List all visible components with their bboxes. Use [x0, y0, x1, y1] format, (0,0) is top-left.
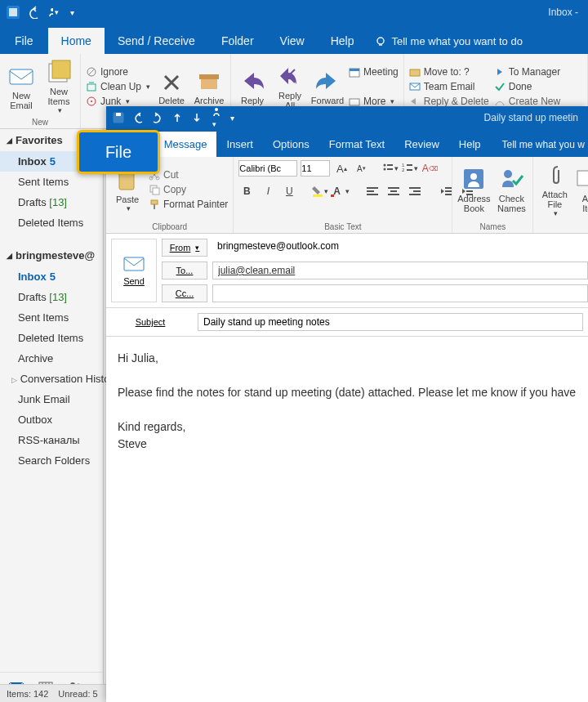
redo-icon[interactable]	[152, 112, 163, 123]
cut-button[interactable]: Cut	[149, 169, 228, 181]
names-group-label: Names	[452, 222, 532, 231]
tab-help[interactable]: Help	[318, 28, 368, 54]
clear-formatting-button[interactable]: A⌫	[421, 160, 438, 177]
done-button[interactable]: Done	[494, 81, 560, 92]
tab-view[interactable]: View	[267, 28, 318, 54]
svg-rect-51	[413, 190, 421, 192]
archive-icon	[196, 68, 222, 94]
numbering-button[interactable]: 12▾	[402, 160, 418, 177]
delete-label: Delete	[158, 96, 185, 105]
svg-text:2: 2	[402, 168, 405, 172]
send-button[interactable]: Send	[111, 239, 157, 302]
sidebar-item-account-drafts[interactable]: Drafts [13]	[0, 287, 103, 307]
italic-button[interactable]: I	[260, 183, 276, 199]
attach-item-button[interactable]: Att Ite	[576, 160, 588, 218]
tab-file[interactable]: File	[0, 28, 48, 54]
underline-button[interactable]: U	[281, 183, 297, 199]
sidebar-item-conversation-history[interactable]: ▷ Conversation Histor	[0, 369, 103, 389]
align-center-button[interactable]	[385, 183, 402, 199]
attach-file-icon	[541, 162, 568, 188]
undo-icon[interactable]	[132, 112, 144, 123]
junk-icon	[86, 96, 97, 107]
account-header[interactable]: ◢bringmesteve@	[0, 244, 103, 266]
tab-send-receive[interactable]: Send / Receive	[105, 28, 208, 54]
decrease-indent-button[interactable]	[438, 183, 454, 199]
bullets-button[interactable]: ▾	[382, 160, 399, 177]
next-item-icon[interactable]	[191, 112, 203, 123]
prev-item-icon[interactable]	[172, 112, 183, 123]
cc-field[interactable]	[212, 284, 588, 302]
sidebar-item-account-inbox[interactable]: Inbox5	[0, 266, 103, 287]
main-ribbon-tabs: File Home Send / Receive Folder View Hel…	[0, 25, 588, 54]
bold-button[interactable]: B	[238, 183, 255, 199]
subject-label: Subject	[111, 317, 189, 327]
compose-tellme[interactable]: Tell me what you w	[491, 132, 588, 157]
status-items: Items: 142	[7, 689, 48, 699]
compose-tab-insert[interactable]: Insert	[216, 132, 263, 157]
sidebar-item-account-sent[interactable]: Sent Items	[0, 307, 103, 328]
touch-mode-icon[interactable]: ▾	[211, 106, 222, 129]
sidebar-item-drafts[interactable]: Drafts [13]	[0, 192, 103, 212]
compose-tab-help[interactable]: Help	[449, 132, 491, 157]
sidebar-item-sent[interactable]: Sent Items	[0, 172, 103, 192]
align-left-button[interactable]	[364, 183, 381, 199]
sidebar-item-junk[interactable]: Junk Email	[0, 389, 103, 409]
cc-button[interactable]: Cc...	[162, 284, 207, 302]
message-body[interactable]: Hi Julia, Please find the notes for stan…	[106, 337, 588, 466]
compose-tab-message[interactable]: Message	[154, 132, 217, 157]
sidebar-item-account-deleted[interactable]: Deleted Items	[0, 328, 103, 348]
compose-header: Send From▾ To... Cc... bringmesteve@outl…	[106, 234, 588, 308]
subject-field[interactable]	[198, 313, 583, 331]
address-label-column: From▾ To... Cc...	[162, 234, 207, 307]
junk-button[interactable]: Junk▾	[86, 96, 150, 107]
highlight-color-button[interactable]: ▾	[312, 183, 328, 199]
meeting-button[interactable]: Meeting	[349, 66, 399, 78]
save-icon[interactable]	[113, 112, 124, 123]
font-color-button[interactable]: A▾	[333, 183, 350, 199]
font-size-select[interactable]	[301, 160, 330, 177]
grow-font-button[interactable]: A▴	[333, 160, 350, 177]
app-icon	[7, 6, 20, 19]
svg-rect-45	[367, 190, 374, 192]
cleanup-button[interactable]: Clean Up▾	[86, 81, 150, 92]
to-button[interactable]: To...	[162, 262, 207, 279]
create-new-button[interactable]: Create New	[494, 96, 560, 107]
team-email-button[interactable]: Team Email	[409, 81, 489, 92]
sidebar-item-outbox[interactable]: Outbox	[0, 409, 103, 430]
tab-home[interactable]: Home	[48, 28, 105, 54]
copy-icon	[149, 184, 160, 195]
shrink-font-button[interactable]: A▾	[353, 160, 369, 177]
sidebar-item-archive[interactable]: Archive	[0, 348, 103, 369]
more-respond-button[interactable]: More▾	[349, 96, 399, 107]
sidebar-item-deleted[interactable]: Deleted Items	[0, 212, 103, 233]
undo-icon[interactable]	[26, 6, 39, 19]
compose-tab-format-text[interactable]: Format Text	[319, 132, 394, 157]
ignore-button[interactable]: Ignore	[86, 66, 150, 78]
to-manager-button[interactable]: To Manager	[494, 66, 560, 78]
touch-mode-icon[interactable]: ▾	[46, 6, 59, 19]
tab-folder[interactable]: Folder	[208, 28, 267, 54]
format-painter-button[interactable]: Format Painter	[149, 199, 228, 210]
compose-tab-options[interactable]: Options	[263, 132, 319, 157]
from-button[interactable]: From▾	[162, 239, 207, 257]
attach-file-button[interactable]: Attach File▾	[538, 160, 571, 218]
ribbon-group-new-label: New	[0, 118, 80, 127]
compose-tab-review[interactable]: Review	[394, 132, 449, 157]
move-to-button[interactable]: Move to: ?	[409, 66, 489, 78]
address-book-button[interactable]: Address Book	[457, 160, 490, 218]
qat-customize-icon[interactable]: ▾	[65, 6, 78, 19]
to-field[interactable]	[212, 262, 588, 279]
new-email-button[interactable]: New Email	[5, 57, 38, 115]
moveto-icon	[409, 66, 421, 78]
sidebar-item-search-folders[interactable]: Search Folders	[0, 450, 103, 471]
svg-rect-62	[577, 171, 588, 186]
align-right-button[interactable]	[407, 183, 423, 199]
new-items-button[interactable]: New Items ▾	[42, 57, 75, 115]
tellme-search[interactable]: Tell me what you want to do	[367, 29, 530, 54]
check-names-button[interactable]: Check Names	[495, 160, 528, 218]
font-family-select[interactable]	[238, 160, 297, 177]
copy-button[interactable]: Copy	[149, 184, 228, 195]
reply-delete-button[interactable]: Reply & Delete	[409, 96, 489, 107]
sidebar-item-rss[interactable]: RSS-каналы	[0, 430, 103, 450]
address-book-icon	[461, 166, 487, 192]
